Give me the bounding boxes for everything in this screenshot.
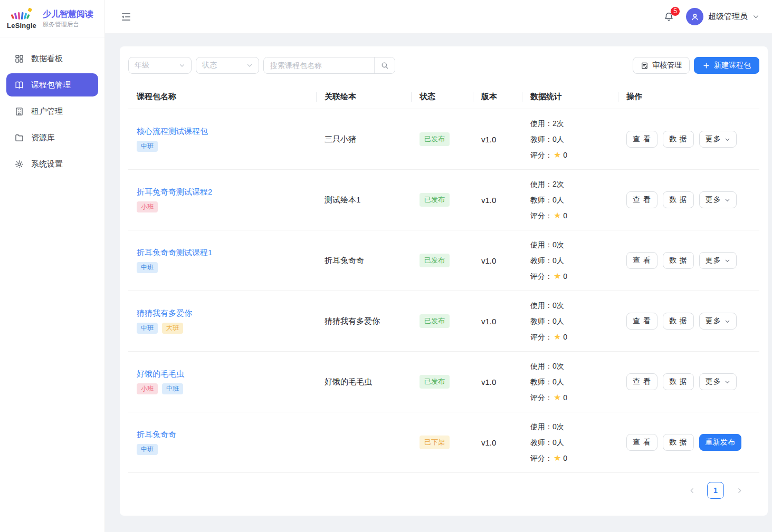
status-badge: 已发布 [420, 193, 450, 207]
rating-stat: 评分：★0 [530, 208, 618, 224]
search-input[interactable] [264, 57, 374, 73]
rating-stat: 评分：★0 [530, 147, 618, 163]
sidebar-item-gear[interactable]: 系统设置 [6, 152, 98, 176]
course-name-link[interactable]: 猜猜我有多爱你 [137, 308, 192, 318]
pagination: 1 [128, 482, 759, 499]
course-package-card: 年级 状态 [120, 46, 768, 516]
grade-tag: 中班 [137, 141, 158, 151]
chevron-down-icon [725, 318, 730, 324]
star-icon: ★ [554, 393, 561, 402]
filter-bar: 年级 状态 [128, 57, 759, 74]
pagination-page-1[interactable]: 1 [707, 482, 724, 499]
status-select[interactable]: 状态 [196, 57, 259, 74]
view-button[interactable]: 查 看 [626, 434, 657, 451]
course-name-link[interactable]: 折耳兔奇奇测试课程2 [137, 187, 212, 197]
user-name: 超级管理员 [708, 12, 748, 22]
sidebar-item-folder[interactable]: 资源库 [6, 126, 98, 149]
book-icon [14, 80, 24, 90]
cell-version: v1.0 [473, 256, 522, 265]
data-button[interactable]: 数 据 [663, 191, 694, 208]
data-button[interactable]: 数 据 [663, 313, 694, 330]
sidebar-item-label: 系统设置 [31, 159, 63, 169]
cell-status: 已下架 [411, 436, 473, 449]
notification-bell-icon[interactable]: 5 [662, 10, 675, 24]
view-button[interactable]: 查 看 [626, 373, 657, 390]
pagination-next-icon[interactable] [732, 483, 747, 498]
more-button[interactable]: 更多 [699, 131, 737, 148]
logo-bars-icon [10, 8, 33, 22]
data-button[interactable]: 数 据 [663, 434, 694, 451]
cell-actions: 查 看 数 据 更多 [618, 252, 759, 269]
more-button[interactable]: 更多 [699, 191, 737, 208]
teachers-stat: 教师：0人 [530, 192, 618, 208]
grade-tag: 小班 [137, 201, 158, 212]
cell-related-book: 好饿的毛毛虫 [316, 377, 411, 387]
cell-status: 已发布 [411, 132, 473, 146]
course-name-link[interactable]: 好饿的毛毛虫 [137, 369, 184, 379]
chevron-down-icon [179, 62, 185, 69]
cell-stats: 使用：0次 教师：0人 评分：★0 [522, 358, 618, 405]
user-menu[interactable]: 超级管理员 [686, 8, 759, 25]
grade-tags: 中班大班 [137, 323, 316, 333]
cell-related-book: 三只小猪 [316, 134, 411, 144]
course-name-link[interactable]: 核心流程测试课程包 [137, 127, 208, 137]
rating-stat: 评分：★0 [530, 450, 618, 466]
cell-stats: 使用：0次 教师：0人 评分：★0 [522, 419, 618, 466]
cell-course-name: 折耳兔奇奇 中班 [128, 430, 316, 454]
usage-stat: 使用：2次 [530, 115, 618, 131]
lesingle-logo-icon: LeSingle [5, 8, 38, 30]
menu-fold-icon[interactable] [119, 9, 134, 24]
cell-related-book: 折耳兔奇奇 [316, 256, 411, 266]
brand: LeSingle 少儿智慧阅读 服务管理后台 [0, 0, 104, 37]
usage-stat: 使用：2次 [530, 176, 618, 192]
more-button[interactable]: 更多 [699, 373, 737, 390]
chevron-down-icon [246, 62, 253, 69]
data-button[interactable]: 数 据 [663, 252, 694, 269]
search-button[interactable] [374, 57, 395, 73]
grade-tags: 中班 [137, 444, 316, 454]
view-button[interactable]: 查 看 [626, 313, 657, 330]
view-button[interactable]: 查 看 [626, 131, 657, 148]
pagination-prev-icon[interactable] [684, 483, 699, 498]
sidebar-item-label: 资源库 [31, 133, 55, 143]
more-button[interactable]: 更多 [699, 313, 737, 330]
col-header-actions: 操作 [618, 92, 759, 102]
create-button-label: 新建课程包 [714, 61, 751, 70]
cell-actions: 查 看 数 据 更多 [618, 313, 759, 330]
view-button[interactable]: 查 看 [626, 252, 657, 269]
more-button[interactable]: 更多 [699, 252, 737, 269]
course-name-link[interactable]: 折耳兔奇奇测试课程1 [137, 248, 212, 258]
cell-course-name: 核心流程测试课程包 中班 [128, 127, 316, 151]
sidebar-menu: 数据看板 课程包管理 租户管理 资源库 系统设置 [0, 37, 104, 176]
republish-button[interactable]: 重新发布 [699, 434, 741, 451]
course-package-table: 课程包名称 关联绘本 状态 版本 数据统计 操作 核心流程测试课程包 中班 三只… [128, 85, 759, 473]
grade-select-placeholder: 年级 [135, 61, 149, 70]
data-button[interactable]: 数 据 [663, 131, 694, 148]
gear-icon [14, 159, 24, 169]
course-name-link[interactable]: 折耳兔奇奇 [137, 430, 176, 440]
cell-actions: 查 看 数 据 更多 [618, 191, 759, 208]
table-row: 折耳兔奇奇测试课程1 中班 折耳兔奇奇 已发布 v1.0 使用：0次 教师：0人… [128, 230, 759, 291]
chevron-down-icon [725, 137, 730, 142]
audit-management-button[interactable]: 审核管理 [633, 57, 690, 74]
data-button[interactable]: 数 据 [663, 373, 694, 390]
cell-version: v1.0 [473, 317, 522, 326]
grade-select[interactable]: 年级 [128, 57, 192, 74]
top-header: 5 超级管理员 [105, 0, 772, 34]
sidebar-item-building[interactable]: 租户管理 [6, 100, 98, 123]
status-badge: 已发布 [420, 375, 450, 389]
cell-status: 已发布 [411, 314, 473, 328]
cell-stats: 使用：0次 教师：0人 评分：★0 [522, 237, 618, 284]
grade-tags: 中班 [137, 141, 316, 151]
status-badge: 已发布 [420, 132, 450, 146]
sidebar-item-dashboard[interactable]: 数据看板 [6, 47, 98, 70]
grade-tags: 小班 [137, 201, 316, 212]
view-button[interactable]: 查 看 [626, 191, 657, 208]
create-course-package-button[interactable]: 新建课程包 [694, 57, 759, 74]
sidebar-item-book[interactable]: 课程包管理 [6, 73, 98, 96]
teachers-stat: 教师：0人 [530, 131, 618, 147]
col-header-name: 课程包名称 [128, 92, 316, 102]
cell-status: 已发布 [411, 254, 473, 267]
usage-stat: 使用：0次 [530, 419, 618, 434]
teachers-stat: 教师：0人 [530, 253, 618, 268]
